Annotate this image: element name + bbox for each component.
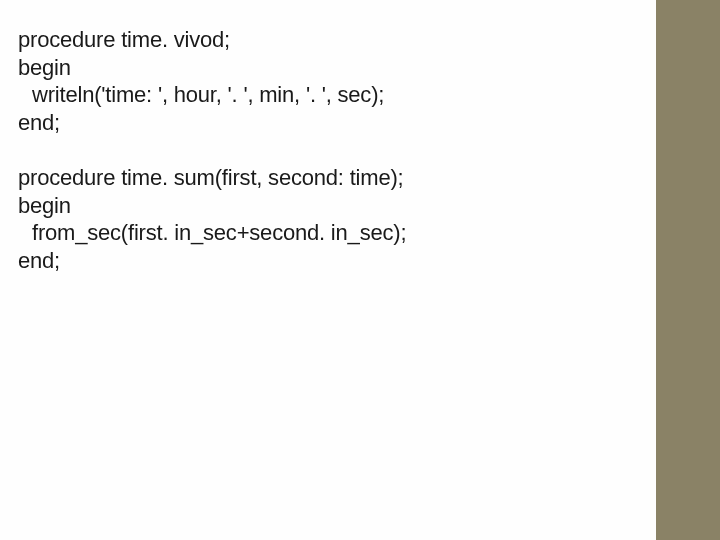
code-line: writeln('time: ', hour, '. ', min, '. ',… <box>18 81 640 109</box>
side-decoration-bar <box>656 0 720 540</box>
code-line: procedure time. sum(first, second: time)… <box>18 164 640 192</box>
code-block-1: procedure time. vivod; begin writeln('ti… <box>18 26 640 136</box>
code-content: procedure time. vivod; begin writeln('ti… <box>18 26 640 302</box>
code-line: end; <box>18 109 640 137</box>
code-line: begin <box>18 192 640 220</box>
code-line: begin <box>18 54 640 82</box>
slide-page: procedure time. vivod; begin writeln('ti… <box>0 0 720 540</box>
code-line: from_sec(first. in_sec+second. in_sec); <box>18 219 640 247</box>
code-block-2: procedure time. sum(first, second: time)… <box>18 164 640 274</box>
code-line: end; <box>18 247 640 275</box>
code-line: procedure time. vivod; <box>18 26 640 54</box>
